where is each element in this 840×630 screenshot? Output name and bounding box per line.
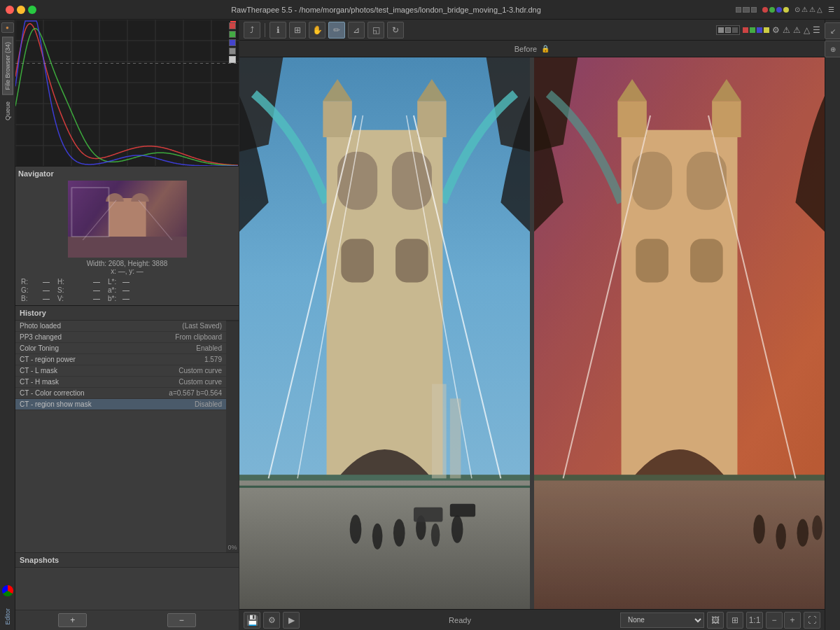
history-title: History [15,306,239,321]
navigator-title: Navigator [18,169,236,178]
toolbar-separator-1 [265,23,265,37]
zoom-in-button[interactable]: + [784,612,801,629]
svg-point-24 [451,515,463,542]
minimize-button[interactable] [17,6,25,14]
right-panel: ⤴ ℹ ⊞ ✋ ✏ ⊿ ◱ ↻ ⚙ [239,20,825,630]
navigator-canvas [68,181,187,258]
save-button[interactable]: 💾 [244,612,260,629]
svg-rect-14 [239,486,530,488]
b-label: B: [21,295,42,302]
svg-rect-25 [414,507,442,522]
bstar-value: — [122,295,144,302]
before-image-svg [239,57,530,609]
remove-snapshot-button[interactable]: − [167,613,196,627]
snapshots-title: Snapshots [15,553,239,568]
lock-icon: 🔒 [541,45,550,52]
fit-screen-button[interactable]: ⊞ [727,612,743,629]
maximize-button[interactable] [28,6,36,14]
navigator-section: Navigator Width: 2608, Height: 3888 x: —… [15,167,239,306]
warning-icon-3: △ [804,25,810,35]
before-label: Before [514,45,537,53]
cm-green [750,27,755,33]
crop-tool-button[interactable]: ⤴ [244,22,260,38]
histogram-canvas [15,20,239,166]
add-snapshot-button[interactable]: + [58,613,87,627]
sync-button[interactable]: ⚙ [263,612,280,629]
history-item[interactable]: PP3 changedFrom clipboard [15,332,226,343]
svg-rect-28 [450,398,461,478]
r-label: R: [21,278,42,286]
b-value: — [43,295,57,302]
history-item[interactable]: CT - L maskCustom curve [15,365,226,377]
history-item[interactable]: Photo loaded(Last Saved) [15,321,226,332]
menu-right-icon[interactable]: ☰ [813,25,820,35]
scroll-indicator: 0% [226,321,239,552]
snapshots-section: Snapshots + − [15,552,239,630]
image-area[interactable] [239,57,825,609]
menu-icon[interactable]: ☰ [828,6,834,13]
svg-point-20 [372,524,383,550]
edit-tool-button[interactable]: ✏ [328,22,345,38]
blue-indicator [776,7,782,13]
close-button[interactable] [6,6,14,14]
preview-mode-button[interactable]: ⊞ [289,22,306,38]
history-item[interactable]: CT - region show maskDisabled [15,399,226,410]
indicator-2 [743,7,750,13]
hist-blue-indicator[interactable] [229,39,236,46]
hist-lum-indicator[interactable] [229,48,236,55]
svg-rect-13 [239,475,530,480]
svg-point-19 [350,514,362,543]
g-value: — [43,286,57,294]
hist-chrom-indicator[interactable] [229,56,236,63]
s-value: — [93,286,107,294]
navigator-thumbnail[interactable] [68,181,187,258]
process-button[interactable]: ▶ [283,612,300,629]
v-label: V: [57,295,92,302]
zoom-out-button[interactable]: − [766,612,783,629]
view-split[interactable] [725,27,731,33]
history-item[interactable]: CT - H maskCustom curve [15,377,226,388]
svg-point-23 [431,524,440,547]
info-tool-button[interactable]: ℹ [270,22,286,38]
color-managed-icon[interactable]: 🖼 [707,612,724,629]
hist-red-indicator[interactable] [229,22,236,29]
history-item[interactable]: CT - region power1.579 [15,354,226,365]
cm-yellow [764,27,769,33]
top-toolbar: ⤴ ℹ ⊞ ✋ ✏ ⊿ ◱ ↻ ⚙ [239,20,825,41]
rotate-button[interactable]: ↻ [387,22,404,38]
history-item[interactable]: Color ToningEnabled [15,343,226,354]
hist-green-indicator[interactable] [229,31,236,38]
l-value: — [122,278,144,286]
rt-tool-1[interactable]: ↙ [825,22,841,39]
settings-icon[interactable]: ⚙ [772,25,780,35]
color-info-grid: R: — H: — L*: — G: — S: — a*: — B: — V: … [18,278,236,302]
zoom-100-button[interactable]: 1:1 [746,612,763,629]
svg-rect-26 [450,504,475,517]
view-dual[interactable] [732,27,738,33]
warning-icon-1: ⚠ [783,25,790,35]
svg-rect-27 [432,384,447,479]
output-profile-select[interactable]: NonesRGBAdobeRGBProPhoto [620,612,704,628]
h-label: H: [57,278,92,286]
bstar-label: b*: [108,295,122,302]
sidebar-tab-filebrowser[interactable]: ● [1,22,14,33]
indicator-1 [736,7,741,13]
fullscreen-button[interactable]: ⛶ [804,612,820,629]
sidebar-tab-filebrowser-label[interactable]: File Browser (34) [2,37,13,95]
pan-tool-button[interactable]: ✋ [309,22,326,38]
navigator-coordinates: x: —, y: — [18,267,236,275]
before-image-panel[interactable] [239,57,534,609]
history-item[interactable]: CT - Color correctiona=0.567 b=0.564 [15,388,226,399]
sidebar-tab-editor[interactable]: Editor [2,603,13,630]
r-value: — [43,278,57,286]
rt-tool-2[interactable]: ⊕ [825,41,841,57]
view-single[interactable] [718,27,724,33]
color-picker-button[interactable]: ⊿ [348,22,365,38]
status-label: Ready [302,616,617,624]
zoom-controls: − + [766,612,801,629]
crop-rect-button[interactable]: ◱ [368,22,384,38]
sidebar-tab-queue[interactable]: Queue [2,97,13,125]
a-value: — [122,286,144,294]
green-indicator [769,7,775,13]
after-image-panel[interactable] [534,57,825,609]
